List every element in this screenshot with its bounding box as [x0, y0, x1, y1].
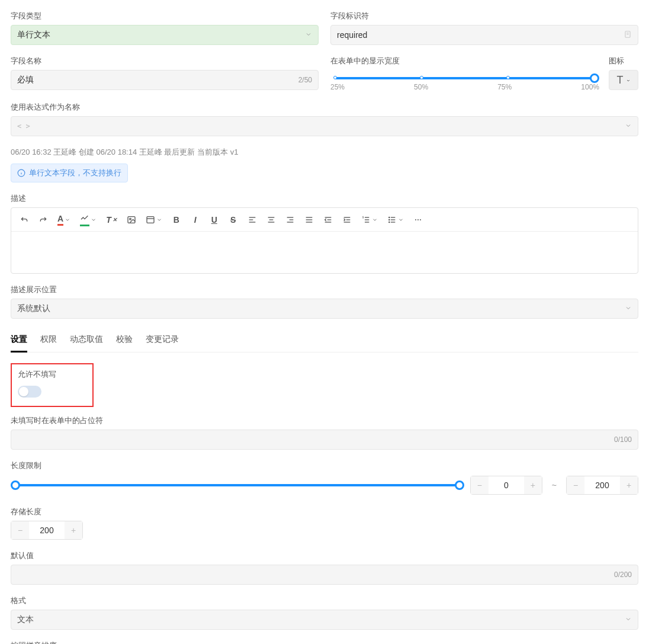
- indent-decrease-icon[interactable]: [323, 215, 333, 225]
- slider-mark-75: [506, 76, 510, 79]
- meta-info: 06/20 16:32 王延峰 创建 06/20 18:14 王延峰 最后更新 …: [11, 147, 638, 158]
- info-chip: 单行文本字段，不支持换行: [11, 164, 128, 182]
- decrease-button[interactable]: −: [567, 476, 584, 494]
- highlight-color-button[interactable]: [80, 213, 97, 226]
- format-value: 文本: [17, 614, 34, 625]
- length-min-stepper[interactable]: − +: [470, 476, 542, 495]
- clear-format-icon[interactable]: T✕: [106, 215, 117, 225]
- chevron-down-icon: [626, 75, 631, 85]
- field-type-label: 字段类型: [11, 11, 319, 21]
- tab-permissions[interactable]: 权限: [40, 329, 57, 352]
- desc-position-select[interactable]: 系统默认: [11, 299, 638, 319]
- image-icon[interactable]: [127, 215, 136, 225]
- layout-icon[interactable]: [146, 215, 162, 225]
- align-left-icon[interactable]: [248, 215, 257, 225]
- icon-value: T: [617, 74, 624, 86]
- length-max-input[interactable]: [584, 476, 620, 494]
- unordered-list-icon[interactable]: [387, 215, 404, 225]
- info-text: 单行文本字段，不支持换行: [29, 168, 121, 178]
- range-thumb-min[interactable]: [11, 480, 20, 490]
- width-slider[interactable]: 25% 50% 75% 100%: [330, 70, 599, 91]
- svg-point-40: [420, 219, 421, 220]
- decrease-button[interactable]: −: [11, 521, 29, 539]
- svg-point-35: [388, 217, 389, 217]
- italic-icon[interactable]: I: [191, 215, 200, 225]
- placeholder-counter: 0/100: [614, 435, 632, 444]
- length-max-stepper[interactable]: − +: [566, 476, 638, 495]
- increase-button[interactable]: +: [65, 521, 82, 539]
- field-identifier-input[interactable]: required: [330, 25, 638, 45]
- bold-icon[interactable]: B: [172, 215, 181, 225]
- slider-mark-50: [420, 76, 423, 79]
- chevron-down-icon: [625, 616, 632, 624]
- allow-empty-toggle[interactable]: [18, 386, 41, 398]
- svg-point-39: [417, 219, 419, 220]
- length-range-slider[interactable]: [11, 479, 464, 491]
- svg-point-36: [388, 219, 389, 220]
- document-icon: [624, 30, 632, 40]
- expression-input[interactable]: < >: [11, 116, 638, 136]
- field-type-select[interactable]: 单行文本: [11, 25, 319, 45]
- placeholder-label: 未填写时在表单中的占位符: [11, 415, 638, 426]
- range-thumb-max[interactable]: [455, 480, 464, 490]
- format-label: 格式: [11, 595, 638, 606]
- undo-icon[interactable]: [20, 215, 29, 225]
- expression-label: 使用表达式作为名称: [11, 102, 638, 113]
- tab-dynamic-value[interactable]: 动态取值: [70, 329, 103, 352]
- icon-picker[interactable]: T: [609, 70, 638, 90]
- placeholder-input[interactable]: 0/100: [11, 430, 638, 450]
- storage-length-label: 存储长度: [11, 507, 638, 517]
- length-min-input[interactable]: [489, 476, 524, 494]
- icon-label: 图标: [609, 56, 638, 66]
- more-icon[interactable]: [413, 215, 423, 225]
- tab-changelog[interactable]: 变更记录: [146, 329, 179, 352]
- editor-content-area[interactable]: [11, 232, 638, 273]
- field-name-counter: 2/50: [298, 76, 312, 84]
- slider-thumb[interactable]: [590, 73, 599, 83]
- align-center-icon[interactable]: [266, 215, 276, 225]
- field-identifier-value: required: [337, 30, 367, 40]
- field-name-input[interactable]: 必填 2/50: [11, 70, 319, 90]
- svg-point-37: [388, 222, 389, 222]
- chevron-down-icon: [625, 122, 632, 131]
- allow-empty-label: 允许不填写: [18, 369, 86, 380]
- allow-empty-highlight: 允许不填写: [11, 363, 94, 407]
- increase-button[interactable]: +: [620, 476, 638, 494]
- tab-validation[interactable]: 校验: [116, 329, 133, 352]
- increase-button[interactable]: +: [524, 476, 542, 494]
- decrease-button[interactable]: −: [471, 476, 489, 494]
- indent-increase-icon[interactable]: [342, 215, 352, 225]
- storage-length-input[interactable]: [29, 521, 65, 539]
- width-mark-label: 25%: [330, 83, 345, 91]
- field-identifier-label: 字段标识符: [330, 11, 638, 21]
- redo-icon[interactable]: [38, 215, 48, 225]
- underline-icon[interactable]: U: [210, 215, 219, 225]
- svg-point-7: [129, 218, 131, 220]
- width-label: 在表单中的显示宽度: [330, 56, 599, 66]
- length-limit-label: 长度限制: [11, 460, 638, 471]
- format-select[interactable]: 文本: [11, 610, 638, 630]
- storage-length-stepper[interactable]: − +: [11, 521, 83, 540]
- slider-mark-25: [333, 76, 337, 79]
- svg-point-38: [415, 219, 416, 220]
- text-color-button[interactable]: A: [57, 214, 70, 226]
- svg-rect-8: [147, 216, 154, 223]
- ordered-list-icon[interactable]: 1: [361, 215, 378, 225]
- field-name-label: 字段名称: [11, 56, 319, 66]
- width-mark-label: 75%: [497, 83, 512, 91]
- info-icon: [17, 169, 25, 177]
- description-label: 描述: [11, 193, 638, 204]
- field-name-value: 必填: [17, 75, 34, 85]
- default-value-label: 默认值: [11, 550, 638, 561]
- tabs: 设置 权限 动态取值 校验 变更记录: [11, 329, 638, 353]
- chevron-down-icon: [625, 305, 632, 313]
- tab-settings[interactable]: 设置: [11, 329, 27, 353]
- align-justify-icon[interactable]: [304, 215, 314, 225]
- width-mark-label: 100%: [581, 83, 599, 91]
- strikethrough-icon[interactable]: S: [229, 215, 238, 225]
- range-separator: ~: [552, 480, 557, 490]
- rich-text-editor: A T✕ B I U S 1: [11, 207, 638, 274]
- width-mark-label: 50%: [414, 83, 428, 91]
- default-value-input[interactable]: 0/200: [11, 565, 638, 585]
- align-right-icon[interactable]: [285, 215, 295, 225]
